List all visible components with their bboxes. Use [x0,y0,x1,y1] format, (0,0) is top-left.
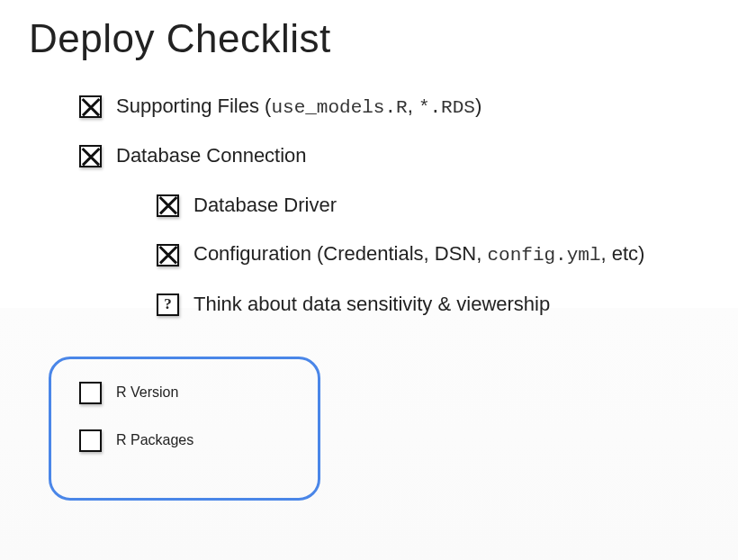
checkbox-checked-icon [157,244,179,266]
item-label: R Packages [116,431,194,450]
item-label: Think about data sensitivity & viewershi… [194,292,550,318]
checkbox-unchecked-icon [79,382,102,404]
checklist-item-r-packages: R Packages [79,429,194,452]
checklist-sublist: Database Driver Configuration (Credentia… [157,193,644,317]
checklist-root: Supporting Files (use_models.R, *.RDS) D… [79,94,644,340]
code-filename: config.yml [487,245,600,266]
checklist-item-r-version: R Version [79,382,194,404]
code-filename: use_models.R [271,97,407,118]
checkbox-checked-icon [157,194,179,217]
checklist-item-supporting-files: Supporting Files (use_models.R, *.RDS) [79,94,644,120]
checkbox-checked-icon [79,95,102,118]
checkbox-checked-icon [79,145,102,167]
checkbox-unchecked-icon [79,429,102,452]
highlighted-group: R Version R Packages [79,382,194,477]
page-title: Deploy Checklist [29,16,331,61]
item-label: Configuration (Credentials, DSN, config.… [194,241,644,267]
checklist-item-db-driver: Database Driver [157,193,644,219]
checklist-item-data-sensitivity: ? Think about data sensitivity & viewers… [157,292,644,318]
item-label: Supporting Files (use_models.R, *.RDS) [116,94,482,120]
item-label: Database Driver [194,193,337,219]
checkbox-question-icon: ? [157,294,179,316]
checklist-item-configuration: Configuration (Credentials, DSN, config.… [157,241,644,267]
item-label: Database Connection [116,143,307,169]
item-label: R Version [116,384,178,402]
checklist-item-db-connection: Database Connection [79,143,644,169]
code-filename: *.RDS [418,97,475,118]
